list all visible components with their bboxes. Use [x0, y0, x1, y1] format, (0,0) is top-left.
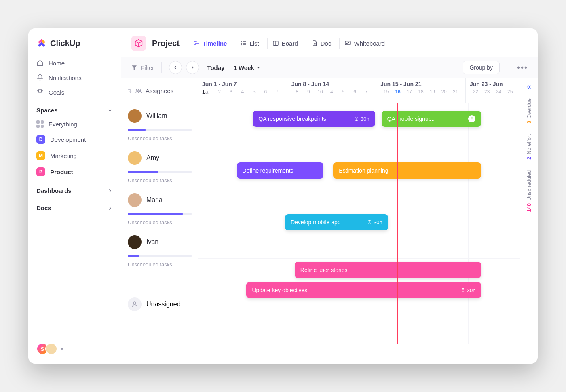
- hours-badge: 30h: [354, 116, 370, 122]
- sidebar-everything[interactable]: Everything: [28, 117, 121, 131]
- spaces-header[interactable]: Spaces: [28, 99, 121, 117]
- assignee-row[interactable]: Maria Unscheduled tasks: [121, 188, 198, 230]
- space-badge: D: [36, 135, 45, 144]
- timeline-lane: Refine user stories Update key objective…: [198, 259, 520, 320]
- clickup-logo-icon: [36, 38, 47, 48]
- space-badge: P: [36, 167, 45, 176]
- sidebar-footer: S ▼: [28, 336, 121, 364]
- project-cube-icon: [131, 36, 146, 51]
- nav-label: Goals: [49, 89, 64, 96]
- task-bar[interactable]: Develop mobile app 30h: [285, 214, 388, 230]
- timeline-chart[interactable]: Jun 1 - Jun 7 1st 2 3 4 5 6 7 Jun 8 - Ju…: [198, 78, 520, 364]
- more-button[interactable]: •••: [517, 63, 528, 72]
- nav-home[interactable]: Home: [28, 56, 121, 70]
- topbar: Project Timeline List Board Doc Whiteboa…: [121, 28, 538, 57]
- timeline-body: QA responsive breakpoints 30h QA mobile …: [198, 103, 520, 344]
- today-marker: 16: [392, 89, 404, 95]
- avatar-photo: [45, 343, 57, 355]
- task-bar[interactable]: Define requirements: [237, 162, 324, 179]
- day-cell: 1st: [202, 89, 214, 95]
- user-avatars[interactable]: S: [36, 343, 54, 355]
- next-button[interactable]: [186, 61, 199, 74]
- status-unscheduled[interactable]: 140 Unscheduled: [526, 170, 532, 212]
- tab-board[interactable]: Board: [267, 38, 303, 49]
- assignee-row[interactable]: Ivan Unscheduled tasks: [121, 230, 198, 291]
- svg-point-7: [133, 302, 136, 304]
- filter-icon: [131, 64, 137, 71]
- home-icon: [36, 59, 44, 67]
- prev-button[interactable]: [169, 61, 182, 74]
- unscheduled-label[interactable]: Unscheduled tasks: [128, 261, 192, 268]
- timeline-lane: Define requirements Estimation planning: [198, 155, 520, 207]
- chevron-down-icon: [256, 65, 261, 70]
- alert-icon: !: [468, 115, 475, 122]
- divider: [161, 62, 162, 73]
- timeline: ⇅ Assignees William Unscheduled tasks: [121, 78, 538, 364]
- unscheduled-label[interactable]: Unscheduled tasks: [128, 135, 192, 141]
- unscheduled-label[interactable]: Unscheduled tasks: [128, 177, 192, 183]
- timeline-lane: Develop mobile app 30h: [198, 207, 520, 259]
- unassigned-row[interactable]: Unassigned: [121, 291, 198, 318]
- week-col: Jun 23 - Jun 22 23 24 25: [465, 78, 520, 103]
- sidebar: ClickUp Home Notifications Goals Spaces …: [28, 28, 121, 364]
- status-overdue[interactable]: 3 Overdue: [526, 98, 532, 124]
- svg-point-0: [241, 41, 241, 42]
- brand-name: ClickUp: [50, 39, 80, 48]
- workload-progress: [128, 255, 192, 257]
- week-col: Jun 8 - Jun 14 8 9 10 4 5 6 7: [287, 78, 376, 103]
- svg-point-6: [139, 89, 141, 91]
- svg-point-2: [241, 44, 241, 45]
- hours-badge: 30h: [367, 219, 382, 226]
- hours-badge: 30h: [460, 287, 476, 293]
- filter-button[interactable]: Filter: [131, 64, 154, 71]
- timeline-lane: QA responsive breakpoints 30h QA mobile …: [198, 103, 520, 155]
- tab-doc[interactable]: Doc: [306, 38, 336, 49]
- timeline-header: Jun 1 - Jun 7 1st 2 3 4 5 6 7 Jun 8 - Ju…: [198, 78, 520, 103]
- workload-progress: [128, 213, 192, 215]
- assignee-row[interactable]: Amy Unscheduled tasks: [121, 145, 198, 188]
- tab-timeline[interactable]: Timeline: [188, 38, 232, 49]
- collapse-rail-icon[interactable]: «: [527, 82, 531, 91]
- status-no-effort[interactable]: 2 No effort: [526, 134, 532, 160]
- nav-notifications[interactable]: Notifications: [28, 70, 121, 85]
- whiteboard-icon: [344, 40, 351, 46]
- sidebar-space-development[interactable]: D Development: [28, 131, 121, 148]
- timeline-icon: [193, 40, 200, 46]
- timeline-lane-unassigned: [198, 320, 520, 344]
- sidebar-space-product[interactable]: P Product: [28, 164, 121, 180]
- space-badge: M: [36, 151, 45, 160]
- task-bar[interactable]: QA mobile signup.. !: [382, 111, 482, 127]
- grouping-header[interactable]: ⇅ Assignees: [121, 78, 198, 103]
- docs-header[interactable]: Docs: [28, 197, 121, 215]
- tab-list[interactable]: List: [235, 38, 264, 49]
- nav-label: Home: [49, 60, 65, 67]
- unscheduled-label[interactable]: Unscheduled tasks: [128, 219, 192, 226]
- task-bar[interactable]: Estimation planning: [333, 162, 481, 179]
- assignee-row[interactable]: William Unscheduled tasks: [121, 103, 198, 145]
- workload-progress: [128, 171, 192, 173]
- task-bar[interactable]: Refine user stories: [295, 262, 482, 278]
- task-bar[interactable]: Update key objectives 30h: [246, 282, 481, 298]
- task-bar[interactable]: QA responsive breakpoints 30h: [253, 111, 375, 127]
- assignee-name: William: [146, 112, 167, 120]
- week-col: Jun 15 - Jun 21 15 16 17 18 19 20 21: [376, 78, 465, 103]
- tab-whiteboard[interactable]: Whiteboard: [339, 38, 390, 49]
- sidebar-space-marketing[interactable]: M Marketing: [28, 148, 121, 164]
- main: Project Timeline List Board Doc Whiteboa…: [121, 28, 538, 364]
- group-by-button[interactable]: Group by: [463, 61, 500, 74]
- svg-rect-4: [345, 41, 350, 45]
- chevron-down-icon[interactable]: ▼: [60, 346, 64, 351]
- avatar: [128, 193, 142, 207]
- week-col: Jun 1 - Jun 7 1st 2 3 4 5 6 7: [198, 78, 287, 103]
- chevron-right-icon: [107, 188, 113, 194]
- today-button[interactable]: Today: [207, 64, 224, 71]
- status-rail: « 3 Overdue 2 No effort 140 Unscheduled: [520, 78, 538, 364]
- avatar: [128, 151, 142, 165]
- everything-icon: [36, 120, 44, 128]
- nav-goals[interactable]: Goals: [28, 85, 121, 99]
- range-selector[interactable]: 1 Week: [233, 64, 260, 71]
- chevron-down-icon: [107, 107, 113, 113]
- dashboards-header[interactable]: Dashboards: [28, 180, 121, 197]
- logo[interactable]: ClickUp: [28, 28, 121, 56]
- bell-icon: [36, 74, 44, 81]
